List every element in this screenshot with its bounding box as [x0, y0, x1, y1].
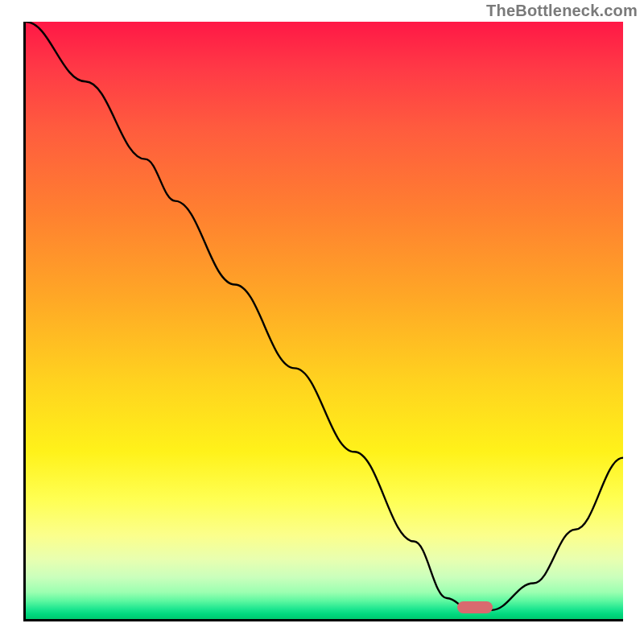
chart-container: TheBottleneck.com [0, 0, 644, 644]
optimal-marker [457, 601, 493, 613]
attribution-watermark: TheBottleneck.com [486, 2, 638, 20]
bottleneck-curve [26, 22, 623, 619]
plot-area [23, 22, 623, 621]
